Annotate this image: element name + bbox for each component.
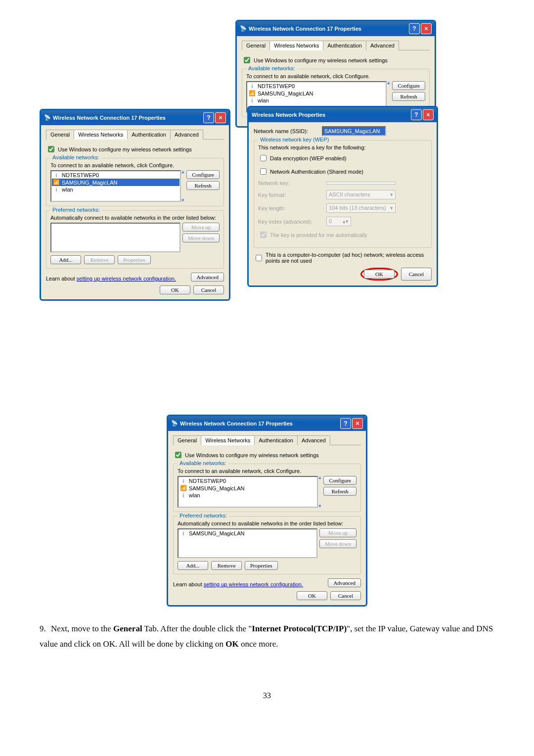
help-button[interactable]: ?: [411, 109, 422, 120]
preferred-networks-group: Preferred networks: Automatically connec…: [173, 516, 361, 574]
ok-button[interactable]: OK: [160, 285, 190, 294]
title-bar: 📡 Wireless Network Connection 17 Propert…: [168, 416, 366, 431]
use-windows-label: Use Windows to configure my wireless net…: [185, 452, 319, 458]
configure-button[interactable]: Configure: [186, 170, 220, 179]
signal-icon: 📶: [180, 485, 187, 491]
scroll-up[interactable]: ▲: [318, 476, 321, 479]
ok-button[interactable]: OK: [297, 591, 327, 600]
move-down-button: Move down: [182, 234, 220, 242]
help-button[interactable]: ?: [203, 112, 214, 123]
network-item-selected[interactable]: 📶SAMSUNG_MagicLAN: [52, 179, 179, 186]
advanced-button[interactable]: Advanced: [328, 578, 361, 587]
signal-icon: i: [249, 97, 256, 103]
scroll-down[interactable]: ▼: [181, 198, 184, 202]
tab-wireless-networks[interactable]: Wireless Networks: [74, 130, 128, 140]
key-format-select: ASCII characters▾: [326, 190, 396, 199]
refresh-button[interactable]: Refresh: [392, 92, 425, 101]
network-item[interactable]: iwlan: [52, 186, 179, 193]
key-index-spinner: 0▴▾: [326, 217, 351, 226]
network-auth-checkbox[interactable]: [260, 168, 267, 175]
signal-icon: i: [249, 83, 256, 89]
network-item[interactable]: iSAMSUNG_MagicLAN: [179, 530, 316, 537]
network-icon: 📡: [44, 114, 51, 121]
close-button[interactable]: ×: [352, 418, 363, 429]
close-button[interactable]: ×: [215, 112, 226, 123]
cancel-button[interactable]: Cancel: [193, 285, 224, 294]
help-button[interactable]: ?: [340, 418, 351, 429]
use-windows-label: Use Windows to configure my wireless net…: [254, 57, 388, 63]
tab-advanced[interactable]: Advanced: [366, 41, 399, 50]
add-button[interactable]: Add...: [50, 255, 81, 264]
tab-authentication[interactable]: Authentication: [127, 130, 171, 140]
tab-general[interactable]: General: [46, 130, 74, 140]
move-down-button: Move down: [319, 539, 356, 548]
use-windows-label: Use Windows to configure my wireless net…: [58, 146, 192, 152]
adhoc-checkbox[interactable]: [256, 255, 262, 261]
network-item[interactable]: 📶SAMSUNG_MagicLAN: [179, 484, 316, 492]
cancel-button[interactable]: Cancel: [330, 591, 361, 600]
title-text: Wireless Network Connection 17 Propertie…: [249, 26, 361, 32]
add-button[interactable]: Add...: [178, 561, 208, 570]
chevron-down-icon: ▾: [390, 191, 393, 198]
signal-icon: i: [180, 478, 187, 484]
tab-advanced[interactable]: Advanced: [297, 435, 330, 445]
close-button[interactable]: ×: [421, 23, 432, 34]
close-button[interactable]: ×: [423, 109, 434, 120]
help-button[interactable]: ?: [409, 23, 420, 34]
network-item[interactable]: iwlan: [248, 97, 385, 104]
network-item[interactable]: iNDTESTWEP0: [179, 477, 316, 484]
configure-button[interactable]: Configure: [392, 81, 425, 90]
signal-icon: 📶: [53, 179, 60, 186]
network-icon: 📡: [240, 25, 247, 32]
network-item[interactable]: iwlan: [179, 492, 316, 499]
configure-button[interactable]: Configure: [323, 476, 356, 485]
learn-text: Learn about setting up wireless network …: [173, 581, 303, 587]
data-encryption-checkbox[interactable]: [260, 155, 267, 161]
tab-strip: General Wireless Networks Authentication…: [242, 40, 430, 50]
scroll-down[interactable]: ▼: [318, 504, 321, 508]
chevron-down-icon: ▾: [390, 205, 393, 211]
network-item[interactable]: iNDTESTWEP0: [248, 83, 385, 90]
use-windows-checkbox[interactable]: [48, 146, 54, 152]
title-text: Wireless Network Connection 17 Propertie…: [53, 115, 166, 121]
signal-icon: i: [180, 492, 187, 498]
tab-wireless-networks[interactable]: Wireless Networks: [201, 435, 255, 445]
tab-authentication[interactable]: Authentication: [254, 435, 298, 445]
available-networks-list[interactable]: iNDTESTWEP0 📶SAMSUNG_MagicLAN iwlan: [178, 476, 318, 508]
ssid-label: Network name (SSID):: [254, 128, 318, 134]
remove-button: Remove: [84, 255, 115, 264]
scroll-up[interactable]: ▲: [387, 81, 390, 85]
move-up-button: Move up: [182, 223, 220, 232]
available-networks-list[interactable]: iNDTESTWEP0 📶SAMSUNG_MagicLAN iwlan: [50, 170, 181, 202]
title-bar: 📡 Wireless Network Connection 17 Propert…: [237, 21, 435, 36]
preferred-networks-list[interactable]: [50, 223, 180, 252]
network-key-label: Network key:: [258, 180, 322, 186]
available-networks-group: Available networks: To connect to an ava…: [173, 464, 361, 512]
preferred-networks-list[interactable]: iSAMSUNG_MagicLAN: [178, 528, 317, 558]
scroll-up[interactable]: ▲: [181, 170, 184, 174]
tab-authentication[interactable]: Authentication: [323, 41, 366, 50]
network-item[interactable]: iNDTESTWEP0: [52, 172, 179, 179]
use-windows-checkbox[interactable]: [244, 57, 250, 63]
dialog-wnc-properties-1: 📡 Wireless Network Connection 17 Propert…: [40, 109, 230, 301]
properties-button[interactable]: Properties: [245, 561, 278, 570]
network-item[interactable]: 📶SAMSUNG_MagicLAN: [248, 90, 385, 97]
title-text: Wireless Network Properties: [252, 112, 325, 118]
advanced-button[interactable]: Advanced: [191, 273, 224, 282]
page-number: 33: [40, 691, 494, 700]
tab-general[interactable]: General: [173, 435, 201, 445]
tab-general[interactable]: General: [242, 41, 270, 50]
remove-button[interactable]: Remove: [211, 561, 242, 570]
learn-link[interactable]: setting up wireless network configuratio…: [77, 276, 176, 282]
refresh-button[interactable]: Refresh: [186, 181, 220, 190]
network-key-field: [326, 182, 396, 185]
ssid-field[interactable]: SAMSUNG_MagicLAN: [322, 126, 386, 136]
tab-wireless-networks[interactable]: Wireless Networks: [269, 41, 323, 50]
ok-button[interactable]: OK: [364, 270, 395, 279]
refresh-button[interactable]: Refresh: [323, 487, 356, 496]
cancel-button[interactable]: Cancel: [401, 268, 432, 281]
learn-link[interactable]: setting up wireless network configuratio…: [204, 581, 303, 587]
key-length-select: 104 bits (13 characters)▾: [326, 203, 396, 213]
tab-advanced[interactable]: Advanced: [170, 130, 203, 140]
use-windows-checkbox[interactable]: [175, 452, 181, 458]
